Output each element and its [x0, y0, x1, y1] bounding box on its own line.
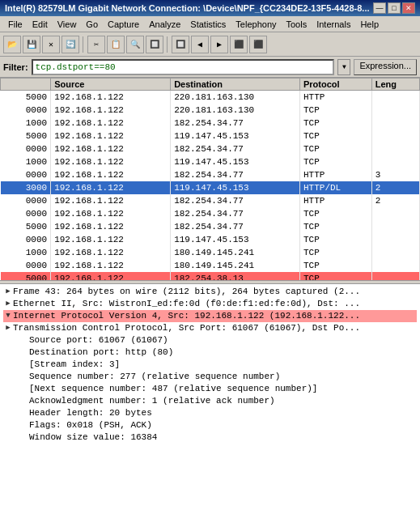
cell-source: 192.168.1.122: [51, 117, 171, 130]
table-row[interactable]: 5000192.168.1.122119.147.45.153TCP: [1, 130, 420, 142]
table-row[interactable]: 0000192.168.1.122220.181.163.130TCP: [1, 104, 420, 117]
toolbar-btn-2[interactable]: ✕: [42, 36, 60, 53]
menu-item-help[interactable]: Help: [355, 17, 384, 32]
toolbar-btn-0[interactable]: 📂: [3, 36, 21, 53]
detail-line[interactable]: ▶Frame 43: 264 bytes on wire (2112 bits)…: [3, 286, 417, 298]
expand-icon[interactable]: ▶: [3, 298, 13, 310]
toolbar-btn-4[interactable]: ✂: [87, 36, 105, 53]
detail-text: Frame 43: 264 bytes on wire (2112 bits),…: [13, 286, 417, 298]
cell-no: 1000: [1, 155, 51, 168]
detail-line[interactable]: ▼Internet Protocol Version 4, Src: 192.1…: [3, 310, 417, 322]
menu-item-statistics[interactable]: Statistics: [185, 17, 231, 32]
detail-text: [Stream index: 3]: [29, 359, 417, 371]
close-button[interactable]: ✕: [402, 2, 415, 14]
detail-line: [Next sequence number: 487 (relative seq…: [3, 383, 417, 395]
packet-table-container: Source Destination Protocol Leng 5000192…: [0, 78, 420, 280]
detail-line: Destination port: http (80): [3, 346, 417, 359]
cell-source: 192.168.1.122: [51, 207, 171, 220]
toolbar-btn-8[interactable]: 🔲: [172, 36, 189, 53]
cell-protocol: TCP: [299, 233, 371, 246]
table-row[interactable]: 0000192.168.1.122119.147.45.153TCP: [1, 233, 420, 246]
filter-dropdown[interactable]: ▼: [337, 59, 350, 75]
title-bar: Intel(R) 82579LM Gigabit Network Connect…: [0, 0, 420, 16]
detail-line[interactable]: ▶Transmission Control Protocol, Src Port…: [3, 322, 417, 334]
filter-expression-button[interactable]: Expression...: [354, 59, 417, 75]
table-row[interactable]: 5000192.168.1.122220.181.163.130HTTP: [1, 91, 420, 104]
minimize-button[interactable]: —: [373, 2, 386, 14]
table-row[interactable]: 0000192.168.1.122180.149.145.241TCP: [1, 259, 420, 272]
toolbar-btn-10[interactable]: ▶: [210, 36, 228, 53]
menu-item-edit[interactable]: Edit: [28, 17, 53, 32]
col-header-source: Source: [51, 79, 171, 91]
cell-length: [371, 130, 419, 142]
toolbar-btn-6[interactable]: 🔍: [126, 36, 144, 53]
cell-length: 2: [371, 181, 419, 194]
table-row[interactable]: 0000192.168.1.122182.254.34.77TCP: [1, 142, 420, 155]
toolbar-btn-12[interactable]: ⬛: [249, 36, 267, 53]
cell-source: 192.168.1.122: [51, 194, 171, 207]
cell-length: [371, 142, 419, 155]
cell-protocol: TCP: [299, 246, 371, 259]
detail-text: Acknowledgment number: 1 (relative ack n…: [29, 395, 417, 407]
table-row[interactable]: 0000192.168.1.122182.254.34.77HTTP3: [1, 168, 420, 181]
toolbar: 📂💾✕🔄✂📋🔍🔲🔲◀▶⬛⬛: [0, 32, 420, 57]
cell-length: 3: [371, 168, 419, 181]
menu-item-telephony[interactable]: Telephony: [231, 17, 281, 32]
cell-destination: 119.147.45.153: [171, 233, 300, 246]
cell-length: [371, 272, 419, 281]
table-row[interactable]: 0000192.168.1.122182.254.34.77HTTP2: [1, 194, 420, 207]
cell-source: 192.168.1.122: [51, 142, 171, 155]
table-row[interactable]: 0000192.168.1.122182.254.34.77TCP: [1, 207, 420, 220]
toolbar-separator: [167, 36, 168, 53]
menu-item-internals[interactable]: Internals: [312, 17, 355, 32]
collapse-icon[interactable]: ▼: [3, 310, 13, 322]
detail-text: Sequence number: 277 (relative sequence …: [29, 371, 417, 383]
expand-icon[interactable]: ▶: [3, 322, 13, 334]
table-row[interactable]: 1000192.168.1.122180.149.145.241TCP: [1, 246, 420, 259]
cell-length: [371, 246, 419, 259]
cell-no: 5000: [1, 130, 51, 142]
cell-protocol: HTTP: [299, 168, 371, 181]
table-row[interactable]: 3000192.168.1.122119.147.45.153HTTP/DL2: [1, 181, 420, 194]
cell-protocol: HTTP: [299, 194, 371, 207]
window-title: Intel(R) 82579LM Gigabit Network Connect…: [5, 3, 370, 13]
cell-protocol: TCP: [299, 142, 371, 155]
menu-item-capture[interactable]: Capture: [103, 17, 144, 32]
detail-line[interactable]: ▶Ethernet II, Src: WistronI_ed:fe:0d (f0…: [3, 298, 417, 310]
detail-text: [Next sequence number: 487 (relative seq…: [29, 383, 417, 395]
table-row[interactable]: 5000192.168.1.122182.254.34.77TCP: [1, 220, 420, 233]
cell-source: 192.168.1.122: [51, 155, 171, 168]
maximize-button[interactable]: □: [388, 2, 401, 14]
detail-panel: ▶Frame 43: 264 bytes on wire (2112 bits)…: [0, 284, 420, 510]
menu-item-analyze[interactable]: Analyze: [144, 17, 185, 32]
table-row[interactable]: 5000192.168.1.122182.254.38.13TCP: [1, 272, 420, 281]
col-header-no: [1, 79, 51, 91]
expand-icon[interactable]: ▶: [3, 286, 13, 298]
toolbar-btn-1[interactable]: 💾: [23, 36, 40, 53]
filter-input[interactable]: [32, 59, 335, 75]
cell-destination: 182.254.34.77: [171, 207, 300, 220]
toolbar-btn-7[interactable]: 🔲: [146, 36, 163, 53]
toolbar-separator: [83, 36, 84, 53]
menu-item-view[interactable]: View: [53, 17, 82, 32]
cell-protocol: TCP: [299, 272, 371, 281]
cell-source: 192.168.1.122: [51, 130, 171, 142]
cell-source: 192.168.1.122: [51, 168, 171, 181]
toolbar-btn-11[interactable]: ⬛: [230, 36, 248, 53]
toolbar-btn-9[interactable]: ◀: [191, 36, 209, 53]
filter-bar: Filter: ▼ Expression...: [0, 57, 420, 78]
window-controls: — □ ✕: [373, 2, 415, 14]
cell-source: 192.168.1.122: [51, 91, 171, 104]
toolbar-btn-5[interactable]: 📋: [107, 36, 125, 53]
menu-item-tools[interactable]: Tools: [282, 17, 312, 32]
menu-item-go[interactable]: Go: [81, 17, 103, 32]
table-row[interactable]: 1000192.168.1.122182.254.34.77TCP: [1, 117, 420, 130]
table-row[interactable]: 1000192.168.1.122119.147.45.153TCP: [1, 155, 420, 168]
toolbar-btn-3[interactable]: 🔄: [62, 36, 79, 53]
cell-source: 192.168.1.122: [51, 181, 171, 194]
cell-destination: 119.147.45.153: [171, 130, 300, 142]
menu-item-file[interactable]: File: [3, 17, 28, 32]
cell-length: [371, 117, 419, 130]
cell-destination: 182.254.34.77: [171, 117, 300, 130]
cell-source: 192.168.1.122: [51, 259, 171, 272]
